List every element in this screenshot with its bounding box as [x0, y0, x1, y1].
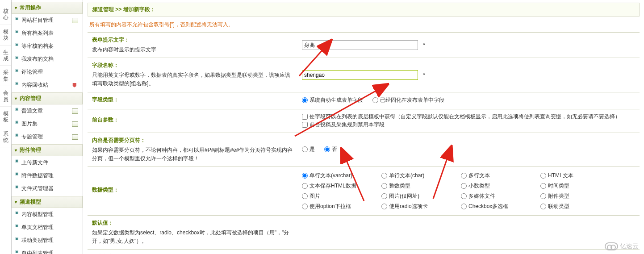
sidebar-item-label: ▣上传新文件	[21, 159, 48, 167]
chevron-down-icon: ▾	[15, 148, 17, 153]
sidebar-item[interactable]: ▣普通文章	[12, 104, 83, 117]
side-tab-member[interactable]: 会员	[0, 86, 11, 107]
data-type-option[interactable]: 使用radio选项卡	[381, 201, 453, 212]
sidebar-item-label: ▣附件数据管理	[21, 172, 54, 179]
side-tab-generate[interactable]: 生成	[0, 46, 11, 66]
bullet-icon: ▣	[15, 211, 19, 215]
data-type-option[interactable]: 时间类型	[540, 181, 612, 191]
side-tab-collect[interactable]: 采集	[0, 66, 11, 86]
data-type-option[interactable]: 图片(仅网址)	[381, 191, 453, 201]
sidebar-item-label: ▣我发布的文档	[21, 55, 54, 63]
sidebar-item[interactable]: ▣专题管理	[12, 130, 83, 143]
sidebar-item[interactable]: ▣我发布的文档	[12, 53, 83, 66]
field-prompt-desc: 发布内容时显示的提示文字	[92, 46, 156, 53]
field-type-radio-auto[interactable]: 系统自动生成表单字段	[302, 96, 363, 104]
field-prompt-title: 表单提示文字：	[92, 36, 293, 44]
sidebar-group-header[interactable]: ▾内容管理	[12, 92, 83, 104]
sidebar-item-label: ▣自由列表管理	[21, 250, 54, 254]
side-tab-module[interactable]: 模块	[0, 25, 11, 46]
sidebar-group-header[interactable]: ▾常用操作	[12, 2, 83, 14]
sidebar-item-label: ▣专题管理	[21, 133, 43, 141]
chevron-down-icon: ▾	[15, 5, 17, 10]
sidebar-item[interactable]: ▣内容回收站⛊	[12, 79, 83, 92]
data-type-option[interactable]: 联动类型	[540, 201, 612, 212]
default-title: 默认值：	[92, 219, 293, 227]
data-type-option[interactable]: 多行文本	[461, 171, 532, 181]
sidebar-item-label: ▣文件式管理器	[21, 185, 54, 192]
sidebar-item-label: ▣评论管理	[21, 68, 43, 76]
page-icon	[72, 18, 78, 23]
field-type-radio-fixed[interactable]: 已经固化在发布表单中字段	[372, 96, 444, 104]
page-icon	[72, 108, 78, 114]
bullet-icon: ▣	[15, 250, 19, 254]
front-param-chk1[interactable]: 使字段可以在列表的底层模板中获得（自定义字段默认仅能在文档模板显示，启用此选项将…	[302, 113, 620, 121]
sidebar-item-label: ▣联动类别管理	[21, 237, 54, 244]
sidebar-item[interactable]: ▣评论管理	[12, 66, 83, 79]
data-type-option[interactable]: 单行文本(char)	[381, 171, 453, 181]
sidebar-item-label: ▣等审核的档案	[21, 42, 54, 50]
bullet-icon: ▣	[15, 120, 19, 124]
side-tab-system[interactable]: 系统	[0, 127, 11, 148]
data-type-option[interactable]: HTML文本	[540, 171, 612, 181]
sidebar-item-label: ▣所有档案列表	[21, 29, 54, 37]
side-tab-rail: 核心 模块 生成 采集 会员 模板 系统	[0, 0, 12, 254]
sidebar-item[interactable]: ▣所有档案列表	[12, 27, 83, 40]
sidebar-item[interactable]: ▣单页文档管理	[12, 221, 83, 234]
bullet-icon: ▣	[15, 159, 19, 163]
front-param-chk2[interactable]: 前台投稿及采集规则禁用本字段	[302, 121, 385, 129]
bullet-icon: ▣	[15, 237, 19, 241]
breadcrumb: 频道管理 >> 增加新字段：	[88, 3, 640, 17]
main-content: 频道管理 >> 增加新字段： 所有填写的内容不允许包含双引号["]，否则配置将无…	[83, 0, 644, 254]
data-type-option[interactable]: 多媒体文件	[461, 191, 532, 201]
sidebar-item[interactable]: ▣等审核的档案	[12, 40, 83, 53]
field-name-title: 字段名称：	[92, 62, 293, 69]
breadcrumb-a[interactable]: 频道管理	[92, 6, 114, 12]
sidebar-group-header[interactable]: ▾附件管理	[12, 144, 83, 156]
sidebar-item-label: ▣内容回收站	[21, 81, 48, 89]
data-type-option[interactable]: 使用option下拉框	[302, 201, 373, 212]
sidebar-item[interactable]: ▣图片集	[12, 117, 83, 130]
pagebreak-yes[interactable]: 是	[302, 146, 315, 153]
sidebar-item[interactable]: ▣内容模型管理	[12, 208, 83, 221]
bullet-icon: ▣	[15, 107, 19, 111]
sidebar-item-label: ▣网站栏目管理	[21, 17, 54, 24]
sidebar-item[interactable]: ▣文件式管理器	[12, 182, 83, 195]
sidebar: ▾常用操作▣网站栏目管理▣所有档案列表▣等审核的档案▣我发布的文档▣评论管理▣内…	[12, 0, 83, 254]
data-type-option[interactable]: 图片	[302, 191, 373, 201]
pagebreak-desc: 如果内容需要分页符，不论何种内容，都可以用#P#副标题#e#作为分页符号实现内容…	[92, 147, 293, 162]
bullet-icon: ▣	[15, 172, 19, 176]
side-tab-template[interactable]: 模板	[0, 107, 11, 127]
watermark: 亿速云	[605, 242, 639, 250]
data-type-title: 数据类型：	[92, 186, 293, 194]
bullet-icon: ▣	[15, 29, 19, 33]
watermark-text: 亿速云	[620, 242, 639, 250]
sidebar-item[interactable]: ▣附件数据管理	[12, 169, 83, 182]
sidebar-item[interactable]: ▣网站栏目管理	[12, 14, 83, 27]
front-param-title: 前台参数：	[92, 116, 293, 124]
pagebreak-no[interactable]: 否	[324, 146, 337, 153]
data-type-option[interactable]: 小数类型	[461, 181, 532, 191]
bullet-icon: ▣	[15, 42, 19, 46]
field-prompt-input[interactable]	[302, 40, 418, 50]
data-type-option[interactable]: 整数类型	[381, 181, 453, 191]
field-name-desc: 只能用英文字母或数字，数据表的真实字段名，如果数据类型是联动类型，该项应该填写联…	[92, 72, 290, 87]
data-type-option[interactable]: 附件类型	[540, 191, 612, 201]
side-tab-core[interactable]: 核心	[0, 4, 11, 25]
sidebar-item[interactable]: ▣上传新文件	[12, 156, 83, 169]
required-star: *	[423, 42, 425, 48]
sidebar-group-header[interactable]: ▾频道模型	[12, 196, 83, 208]
field-name-input[interactable]	[302, 70, 418, 80]
sidebar-item-label: ▣普通文章	[21, 107, 43, 115]
data-type-option[interactable]: 文本保存HTML数据	[302, 181, 373, 191]
field-type-title: 字段类型：	[92, 96, 293, 104]
sidebar-item[interactable]: ▣自由列表管理	[12, 247, 83, 254]
chevron-down-icon: ▾	[15, 200, 17, 204]
form-table: 表单提示文字： 发布内容时显示的提示文字 * 字段名称： 只能用英文字母或数字，…	[88, 32, 640, 254]
data-type-option[interactable]: Checkbox多选框	[461, 201, 532, 212]
page-icon	[72, 134, 78, 140]
pagebreak-title: 内容是否需要分页符：	[92, 137, 293, 144]
breadcrumb-sep: >>	[115, 6, 121, 12]
data-type-option[interactable]: 单行文本(varchar)	[302, 171, 373, 181]
bullet-icon: ▣	[15, 224, 19, 228]
sidebar-item[interactable]: ▣联动类别管理	[12, 234, 83, 247]
